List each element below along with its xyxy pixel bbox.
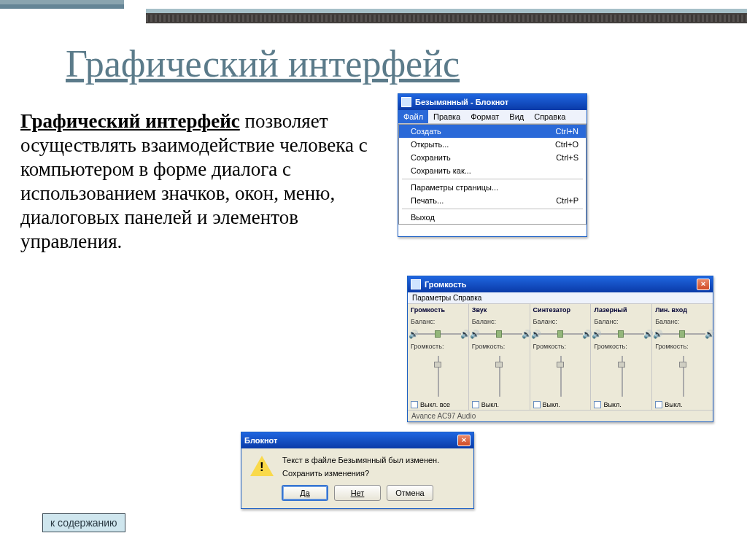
- balance-slider[interactable]: 🔊🔊: [411, 330, 465, 338]
- channel-name: Громкость: [411, 306, 465, 314]
- speaker-left-icon: 🔊: [409, 330, 416, 338]
- notepad-icon: [401, 97, 411, 107]
- yes-button[interactable]: Да: [282, 485, 328, 501]
- menu-file[interactable]: Файл: [398, 110, 428, 123]
- slide-body-text: Графический интерфейс позволяет осуществ…: [20, 109, 378, 254]
- volume-slider[interactable]: [594, 354, 649, 398]
- speaker-left-icon: 🔊: [592, 330, 599, 338]
- mixer-channel: СинтезаторБаланс:🔊🔊Громкость:Выкл.: [530, 304, 592, 410]
- menu-item-saveas[interactable]: Сохранить как...: [399, 164, 586, 177]
- volume-label: Громкость:: [594, 343, 649, 350]
- channel-name: Лазерный: [594, 306, 649, 314]
- volume-label: Громкость:: [472, 343, 527, 350]
- speaker-right-icon: 🔊: [522, 330, 529, 338]
- channel-name: Синтезатор: [533, 306, 588, 314]
- volume-label: Громкость:: [411, 343, 465, 350]
- save-dialog-title-text: Блокнот: [244, 436, 277, 445]
- speaker-icon: [411, 279, 421, 289]
- mixer-channel: Лин. входБаланс:🔊🔊Громкость:Выкл.: [652, 304, 713, 410]
- speaker-right-icon: 🔊: [460, 330, 468, 338]
- menu-help[interactable]: Справка: [529, 110, 570, 123]
- file-menu-dropdown: Создать Ctrl+N Открыть... Ctrl+O Сохрани…: [398, 124, 587, 225]
- close-icon[interactable]: ×: [457, 435, 471, 446]
- volume-slider[interactable]: [655, 354, 710, 398]
- speaker-left-icon: 🔊: [531, 330, 538, 338]
- notepad-window: Безымянный - Блокнот Файл Правка Формат …: [398, 93, 587, 237]
- mute-checkbox[interactable]: Выкл. все: [411, 401, 465, 408]
- no-button[interactable]: Нет: [334, 485, 381, 501]
- balance-label: Баланс:: [655, 318, 710, 325]
- menu-item-new[interactable]: Создать Ctrl+N: [399, 125, 586, 138]
- menu-separator: [402, 179, 583, 179]
- menu-edit[interactable]: Правка: [428, 110, 465, 123]
- balance-label: Баланс:: [472, 318, 527, 325]
- save-dialog: Блокнот × Текст в файле Безымянный был и…: [241, 432, 474, 509]
- mute-checkbox[interactable]: Выкл.: [472, 401, 527, 408]
- close-icon[interactable]: ×: [697, 279, 710, 290]
- speaker-right-icon: 🔊: [582, 330, 589, 338]
- volume-slider[interactable]: [472, 354, 527, 398]
- speaker-left-icon: 🔊: [470, 330, 477, 338]
- slide-header-decoration: [0, 0, 747, 25]
- mixer-channel: ЗвукБаланс:🔊🔊Громкость:Выкл.: [469, 304, 530, 410]
- menu-item-save[interactable]: Сохранить Ctrl+S: [399, 151, 586, 164]
- speaker-left-icon: 🔊: [653, 330, 660, 338]
- cancel-button[interactable]: Отмена: [387, 485, 433, 501]
- volume-slider[interactable]: [533, 354, 588, 398]
- menu-format[interactable]: Формат: [465, 110, 504, 123]
- speaker-right-icon: 🔊: [643, 330, 651, 338]
- mixer-titlebar[interactable]: Громкость ×: [408, 276, 713, 292]
- menu-view[interactable]: Вид: [504, 110, 529, 123]
- mixer-channel: ГромкостьБаланс:🔊🔊Громкость:Выкл. все: [408, 304, 469, 410]
- slide-title: Графический интерфейс: [66, 42, 460, 85]
- volume-label: Громкость:: [533, 343, 588, 350]
- mixer-window: Громкость × Параметры Справка ГромкостьБ…: [407, 276, 713, 422]
- mixer-channel: ЛазерныйБаланс:🔊🔊Громкость:Выкл.: [591, 304, 652, 410]
- menu-item-open[interactable]: Открыть... Ctrl+O: [399, 138, 586, 151]
- mute-checkbox[interactable]: Выкл.: [533, 401, 588, 408]
- balance-slider[interactable]: 🔊🔊: [655, 330, 710, 338]
- mixer-channels: ГромкостьБаланс:🔊🔊Громкость:Выкл. всеЗву…: [408, 304, 713, 410]
- volume-slider[interactable]: [411, 354, 465, 398]
- mute-checkbox[interactable]: Выкл.: [655, 401, 710, 408]
- channel-name: Лин. вход: [655, 306, 710, 314]
- warning-icon: [250, 456, 274, 478]
- notepad-titlebar[interactable]: Безымянный - Блокнот: [398, 94, 587, 110]
- notepad-client-area[interactable]: [398, 225, 587, 236]
- save-dialog-text: Текст в файле Безымянный был изменен. Со…: [282, 456, 439, 478]
- balance-label: Баланс:: [411, 318, 465, 325]
- notepad-title-text: Безымянный - Блокнот: [415, 98, 508, 106]
- menu-item-pagesetup[interactable]: Параметры страницы...: [399, 181, 586, 194]
- body-bold: Графический интерфейс: [20, 110, 240, 132]
- balance-slider[interactable]: 🔊🔊: [472, 330, 527, 338]
- save-dialog-titlebar[interactable]: Блокнот ×: [241, 432, 473, 448]
- mixer-menubar[interactable]: Параметры Справка: [408, 292, 713, 304]
- menu-item-exit[interactable]: Выход: [399, 211, 586, 224]
- mixer-title-text: Громкость: [425, 280, 466, 289]
- to-contents-button[interactable]: к содержанию: [42, 513, 125, 532]
- balance-label: Баланс:: [533, 318, 588, 325]
- channel-name: Звук: [472, 306, 527, 314]
- mixer-statusbar: Avance AC97 Audio: [408, 410, 713, 421]
- balance-label: Баланс:: [594, 318, 649, 325]
- menu-item-print[interactable]: Печать... Ctrl+P: [399, 194, 586, 207]
- mute-checkbox[interactable]: Выкл.: [594, 401, 649, 408]
- volume-label: Громкость:: [655, 343, 710, 350]
- balance-slider[interactable]: 🔊🔊: [594, 330, 649, 338]
- balance-slider[interactable]: 🔊🔊: [533, 330, 588, 338]
- speaker-right-icon: 🔊: [705, 330, 712, 338]
- menu-separator: [402, 209, 583, 209]
- notepad-menubar[interactable]: Файл Правка Формат Вид Справка: [398, 110, 587, 124]
